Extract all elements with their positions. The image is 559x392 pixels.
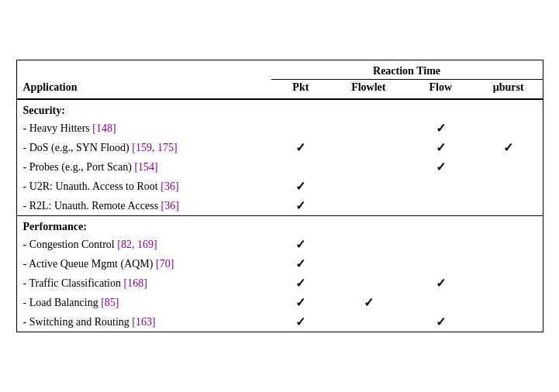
app-ref: [154]	[134, 161, 157, 173]
app-cell: - Traffic Classification [168]	[17, 273, 271, 293]
pkt-cell: ✓	[271, 177, 331, 196]
checkmark-icon: ✓	[295, 238, 305, 251]
checkmark-icon: ✓	[295, 199, 305, 212]
uburst-cell: ✓	[474, 138, 543, 157]
checkmark-icon: ✓	[436, 277, 446, 290]
table-body: Security:- Heavy Hitters [148]✓- DoS (e.…	[17, 99, 543, 332]
app-cell: - R2L: Unauth. Remote Access [36]	[17, 196, 271, 216]
flow-cell	[407, 293, 474, 312]
checkmark-icon: ✓	[364, 296, 374, 309]
app-column-header: Application	[17, 80, 271, 100]
app-cell: - Switching and Routing [163]	[17, 312, 271, 332]
section-label-performance: Performance:	[17, 216, 543, 235]
app-text: - Active Queue Mgmt (AQM)	[23, 258, 156, 270]
main-table-container: Reaction Time Application Pkt Flowlet Fl…	[16, 60, 543, 332]
flow-cell: ✓	[407, 119, 474, 138]
table-row: - U2R: Unauth. Access to Root [36]✓	[17, 177, 543, 196]
table-row: - Probes (e.g., Port Scan) [154]✓	[17, 157, 543, 177]
table-row: - DoS (e.g., SYN Flood) [159, 175]✓✓✓	[17, 138, 543, 157]
app-text: - Probes (e.g., Port Scan)	[23, 161, 135, 173]
table-row: - R2L: Unauth. Remote Access [36]✓	[17, 196, 543, 216]
app-cell: - Heavy Hitters [148]	[17, 119, 271, 138]
app-ref: [85]	[101, 297, 119, 308]
flowlet-cell	[330, 273, 406, 293]
table-row: - Switching and Routing [163]✓✓	[17, 312, 543, 332]
flow-cell: ✓	[407, 312, 474, 332]
pkt-cell: ✓	[271, 273, 331, 293]
checkmark-icon: ✓	[503, 141, 513, 154]
app-cell: - Active Queue Mgmt (AQM) [70]	[17, 254, 271, 273]
section-label-security: Security:	[17, 99, 543, 119]
pkt-cell: ✓	[271, 254, 331, 273]
app-text: - DoS (e.g., SYN Flood)	[23, 142, 133, 153]
header-row-top: Reaction Time	[17, 60, 543, 80]
checkmark-icon: ✓	[295, 315, 305, 328]
pkt-cell	[271, 119, 331, 138]
flowlet-cell	[330, 235, 406, 254]
flow-cell	[407, 177, 474, 196]
section-header-security: Security:	[17, 99, 543, 119]
flow-cell	[407, 254, 474, 273]
app-text: - Congestion Control	[23, 239, 118, 250]
app-ref: [159, 175]	[132, 142, 177, 153]
uburst-cell	[474, 235, 543, 254]
app-cell: - Probes (e.g., Port Scan) [154]	[17, 157, 271, 177]
checkmark-icon: ✓	[295, 141, 305, 154]
flowlet-cell	[330, 312, 406, 332]
pkt-cell	[271, 157, 331, 177]
flow-cell	[407, 235, 474, 254]
table-row: - Traffic Classification [168]✓✓	[17, 273, 543, 293]
flowlet-cell	[330, 119, 406, 138]
section-header-performance: Performance:	[17, 216, 543, 235]
uburst-cell	[474, 157, 543, 177]
checkmark-icon: ✓	[436, 141, 446, 154]
app-ref: [163]	[132, 316, 155, 328]
table-row: - Load Balancing [85]✓✓	[17, 293, 543, 312]
app-ref: [168]	[124, 277, 147, 289]
flowlet-cell	[330, 138, 406, 157]
flowlet-cell	[330, 196, 406, 216]
reaction-time-header: Reaction Time	[271, 60, 543, 80]
uburst-cell	[474, 273, 543, 293]
app-text: - Heavy Hitters	[23, 122, 93, 134]
uburst-cell	[474, 254, 543, 273]
table-row: - Heavy Hitters [148]✓	[17, 119, 543, 138]
app-text: - Switching and Routing	[23, 316, 133, 328]
flowlet-column-header: Flowlet	[330, 80, 406, 100]
uburst-cell	[474, 177, 543, 196]
flow-column-header: Flow	[407, 80, 474, 100]
pkt-cell: ✓	[271, 312, 331, 332]
app-ref: [36]	[161, 200, 179, 211]
checkmark-icon: ✓	[436, 315, 446, 328]
app-cell: - U2R: Unauth. Access to Root [36]	[17, 177, 271, 196]
app-text: - U2R: Unauth. Access to Root	[23, 181, 161, 192]
app-cell: - Load Balancing [85]	[17, 293, 271, 312]
pkt-cell: ✓	[271, 293, 331, 312]
app-cell: - DoS (e.g., SYN Flood) [159, 175]	[17, 138, 271, 157]
pkt-cell: ✓	[271, 196, 331, 216]
uburst-column-header: μburst	[474, 80, 543, 100]
pkt-cell: ✓	[271, 138, 331, 157]
flow-cell: ✓	[407, 157, 474, 177]
pkt-cell: ✓	[271, 235, 331, 254]
flow-cell: ✓	[407, 138, 474, 157]
flowlet-cell	[330, 177, 406, 196]
app-cell: - Congestion Control [82, 169]	[17, 235, 271, 254]
app-ref: [82, 169]	[117, 239, 157, 250]
checkmark-icon: ✓	[295, 180, 305, 193]
checkmark-icon: ✓	[295, 257, 305, 270]
flow-cell	[407, 196, 474, 216]
flowlet-cell	[330, 254, 406, 273]
uburst-cell	[474, 119, 543, 138]
uburst-cell	[474, 293, 543, 312]
table-row: - Active Queue Mgmt (AQM) [70]✓	[17, 254, 543, 273]
app-ref: [70]	[156, 258, 174, 270]
app-ref: [36]	[160, 181, 178, 192]
header-row-cols: Application Pkt Flowlet Flow μburst	[17, 80, 543, 100]
app-col-spacer	[17, 60, 271, 80]
app-ref: [148]	[92, 122, 116, 134]
flowlet-cell	[330, 157, 406, 177]
flowlet-cell: ✓	[330, 293, 406, 312]
checkmark-icon: ✓	[295, 277, 305, 290]
checkmark-icon: ✓	[436, 122, 446, 135]
